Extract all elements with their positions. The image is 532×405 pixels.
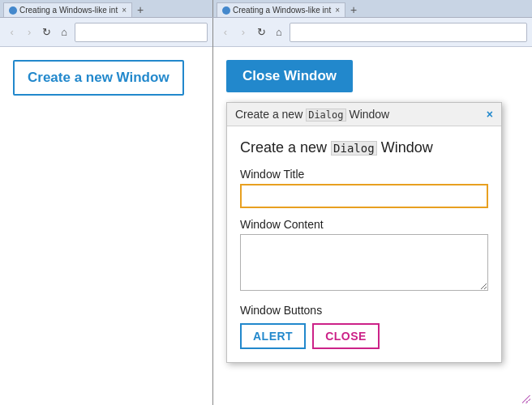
dialog-body: Create a new Dialog Window Window Title … [227, 126, 501, 362]
back-button-left[interactable]: ‹ [5, 25, 19, 40]
tab-favicon-left [9, 6, 17, 15]
left-toolbar: ‹ › ↻ ⌂ [0, 18, 212, 47]
address-bar-left[interactable] [75, 23, 208, 42]
window-content-textarea[interactable] [240, 234, 488, 291]
forward-button-left[interactable]: › [23, 25, 37, 40]
window-title-input[interactable] [240, 184, 488, 208]
right-browser-content: Close Window Create a new Dialog Window … [213, 47, 532, 405]
resize-handle [522, 395, 530, 403]
address-bar-right[interactable] [290, 23, 527, 42]
dialog: Create a new Dialog Window × Create a ne… [226, 102, 502, 363]
right-pane: ‹ › ↻ ⌂ Close Window Create a new Dialog… [213, 18, 532, 405]
reload-button-right[interactable]: ↻ [254, 25, 268, 40]
left-tab-close[interactable]: × [122, 6, 127, 15]
dialog-title-prefix: Create a new [235, 108, 302, 121]
right-tab-section: Creating a Windows-like int × + [213, 0, 427, 17]
right-tab-label: Creating a Windows-like int [233, 6, 331, 15]
tab-bar: Creating a Windows-like int × + Creating… [0, 0, 532, 18]
close-dialog-button[interactable]: CLOSE [312, 323, 380, 349]
close-window-button[interactable]: Close Window [226, 60, 353, 92]
back-button-right[interactable]: ‹ [218, 25, 233, 40]
dialog-title-suffix: Window [349, 108, 389, 121]
window-buttons-row: ALERT CLOSE [240, 323, 488, 349]
window-title-label: Window Title [240, 168, 488, 181]
dialog-heading-suffix: Window [381, 139, 433, 156]
reload-button-left[interactable]: ↻ [40, 25, 54, 40]
pane-wrapper: ‹ › ↻ ⌂ Create a new Window ‹ › ↻ ⌂ Clos… [0, 18, 532, 405]
right-toolbar: ‹ › ↻ ⌂ [213, 18, 532, 47]
home-button-right[interactable]: ⌂ [272, 25, 286, 40]
dialog-titlebar: Create a new Dialog Window × [227, 103, 501, 126]
left-browser-content: Create a new Window [0, 47, 212, 405]
right-tab-close[interactable]: × [335, 6, 340, 15]
dialog-heading: Create a new Dialog Window [240, 139, 488, 156]
home-button-left[interactable]: ⌂ [58, 25, 72, 40]
forward-button-right[interactable]: › [236, 25, 251, 40]
dialog-title-tag: Dialog [306, 109, 345, 122]
left-browser-tab[interactable]: Creating a Windows-like int × [3, 2, 132, 17]
window-content-label: Window Content [240, 218, 488, 231]
left-new-tab-button[interactable]: + [134, 3, 147, 16]
left-pane: ‹ › ↻ ⌂ Create a new Window [0, 18, 213, 405]
create-new-window-button[interactable]: Create a new Window [13, 60, 184, 96]
dialog-heading-tag: Dialog [331, 141, 377, 156]
right-new-tab-button[interactable]: + [347, 3, 360, 16]
left-tab-label: Creating a Windows-like int [19, 6, 118, 15]
tab-favicon-right [222, 6, 230, 15]
dialog-title: Create a new Dialog Window [235, 108, 389, 121]
window-buttons-label: Window Buttons [240, 304, 488, 317]
left-tab-section: Creating a Windows-like int × + [0, 0, 213, 17]
right-browser-tab[interactable]: Creating a Windows-like int × [217, 2, 345, 17]
alert-button[interactable]: ALERT [240, 323, 306, 349]
dialog-close-button[interactable]: × [487, 108, 493, 121]
dialog-heading-prefix: Create a new [240, 139, 327, 156]
